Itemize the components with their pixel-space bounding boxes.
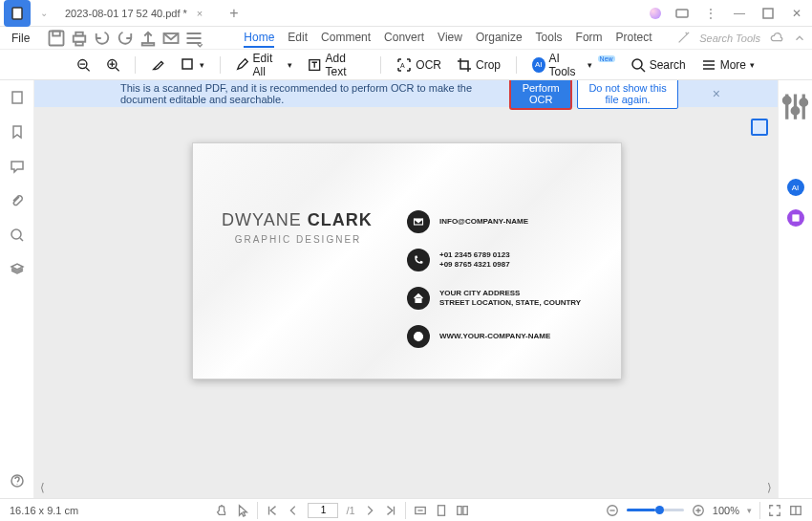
svg-text:A: A [400,62,405,69]
account-avatar[interactable] [650,8,661,19]
thumbnails-icon[interactable] [10,90,25,105]
crop-badge-icon[interactable] [751,119,768,136]
zoom-level[interactable]: 100% [713,505,739,516]
ai-sidebar-icon[interactable]: AI [787,179,804,196]
svg-rect-12 [182,59,192,69]
notice-close-icon[interactable]: × [713,86,720,101]
svg-rect-3 [50,31,64,45]
tab-comment[interactable]: Comment [321,29,371,48]
tab-tools[interactable]: Tools [536,29,563,48]
contact-phone: +01 2345 6789 0123+09 8765 4321 0987 [407,249,592,271]
tab-organize[interactable]: Organize [476,29,523,48]
add-text-button[interactable]: Add Text [308,52,365,78]
ai-alt-icon[interactable] [787,209,804,227]
tab-edit[interactable]: Edit [288,29,308,48]
fit-width-icon[interactable] [414,504,427,517]
search-tools-input[interactable]: Search Tools [699,33,760,44]
help-icon[interactable] [10,473,25,488]
svg-rect-28 [462,506,466,514]
zoom-out-btn[interactable] [606,504,619,517]
wand-icon[interactable] [676,32,690,45]
more-button[interactable]: More▾ [701,57,755,73]
select-tool-icon[interactable] [236,504,249,517]
fullscreen-icon[interactable] [768,504,781,517]
svg-point-22 [792,108,799,115]
crop-button[interactable]: Crop [457,57,501,73]
read-mode-icon[interactable] [789,504,802,517]
mail-icon[interactable] [161,29,181,48]
last-page-icon[interactable] [384,504,397,517]
contact-web: WWW.YOUR-COMPANY-NAME [407,325,592,348]
app-logo [4,0,31,27]
phone-icon [407,249,430,271]
redo-icon[interactable] [116,29,135,48]
search-panel-icon[interactable] [10,228,25,243]
ai-tools-button[interactable]: AIAI Tools▾New [532,52,615,78]
ribbon-toolbar: ▾ Edit All▾ Add Text AOCR Crop AIAI Tool… [0,50,812,80]
sidebar-left [0,80,34,498]
dismiss-file-button[interactable]: Do not show this file again. [577,80,677,109]
prev-page-icon[interactable] [287,504,300,517]
zoom-in-btn[interactable] [692,504,705,517]
maximize-button[interactable] [760,6,776,21]
search-button[interactable]: Search [630,57,686,73]
file-menu[interactable]: File [6,32,35,45]
export-icon[interactable] [139,29,158,48]
save-icon[interactable] [47,29,66,48]
fit-page-icon[interactable] [435,504,448,517]
sidebar-right: AI [778,80,812,498]
scroll-left-arrow[interactable]: ⟨ [40,481,45,494]
zoom-in-icon[interactable] [106,57,120,73]
minimize-button[interactable]: — [732,6,747,21]
tab-close-icon[interactable]: × [197,8,203,19]
tab-protect[interactable]: Protect [616,29,652,48]
document-canvas[interactable]: This is a scanned PDF, and it is recomme… [34,80,778,498]
attachments-icon[interactable] [10,193,25,208]
tab-view[interactable]: View [438,29,462,48]
highlighter-icon[interactable] [151,57,165,73]
new-tab-button[interactable]: + [224,5,244,22]
svg-point-21 [783,98,790,104]
close-button[interactable]: ✕ [789,6,804,21]
zoom-out-icon[interactable] [76,57,91,73]
tab-title: 2023-08-01 17 52 40.pdf * [65,8,187,19]
svg-rect-7 [76,41,84,45]
svg-rect-4 [53,31,61,35]
collapse-icon[interactable] [793,32,806,45]
bookmarks-icon[interactable] [10,124,25,140]
dropdown-caret-icon[interactable] [184,29,203,48]
zoom-slider[interactable] [627,509,684,511]
undo-icon[interactable] [93,29,112,48]
svg-rect-24 [792,215,798,221]
share-icon[interactable] [674,6,690,21]
workspace: This is a scanned PDF, and it is recomme… [0,80,812,498]
print-icon[interactable] [70,29,89,48]
ocr-button[interactable]: AOCR [396,57,441,73]
tab-convert[interactable]: Convert [384,29,424,48]
svg-rect-8 [142,43,155,46]
document-tab[interactable]: 2023-08-01 17 52 40.pdf * × [55,2,212,25]
next-page-icon[interactable] [363,504,376,517]
comments-icon[interactable] [10,159,25,174]
shape-tool[interactable]: ▾ [181,57,204,73]
svg-rect-27 [457,506,460,514]
first-page-icon[interactable] [266,504,279,517]
scroll-right-arrow[interactable]: ⟩ [767,481,772,494]
menu-tabs: Home Edit Comment Convert View Organize … [244,29,652,48]
titlebar: ⌄ 2023-08-01 17 52 40.pdf * × + ⋮ — ✕ [0,0,812,27]
cloud-icon[interactable] [770,32,783,45]
kebab-icon[interactable]: ⋮ [703,6,718,21]
two-page-icon[interactable] [456,504,469,517]
page-dimensions: 16.16 x 9.1 cm [10,505,78,516]
tab-form[interactable]: Form [576,29,603,48]
sliders-icon[interactable] [779,90,812,123]
layers-icon[interactable] [10,262,25,277]
hand-tool-icon[interactable] [215,504,228,517]
edit-all-button[interactable]: Edit All▾ [235,52,292,78]
page-number-input[interactable] [308,503,338,518]
perform-ocr-button[interactable]: Perform OCR [510,80,571,109]
svg-rect-2 [763,9,773,18]
tab-home[interactable]: Home [244,29,274,48]
svg-point-23 [801,99,807,106]
notice-text: This is a scanned PDF, and it is recomme… [120,82,510,105]
